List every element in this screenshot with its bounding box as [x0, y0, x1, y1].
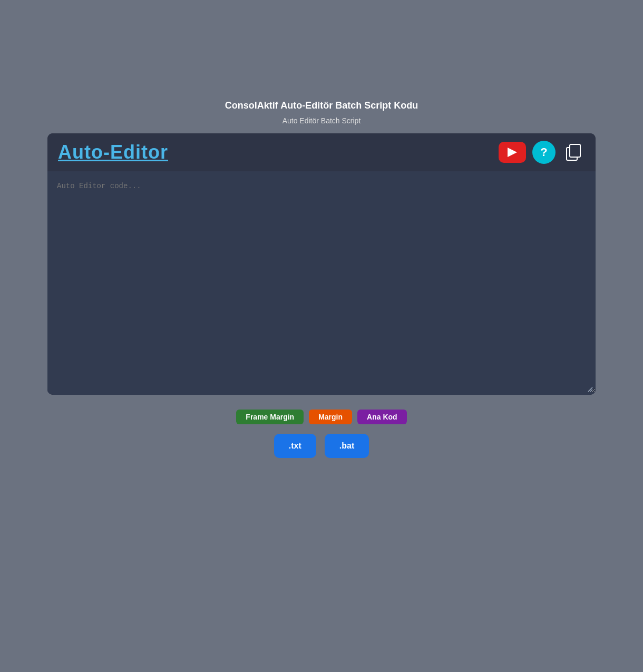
- copy-button[interactable]: [562, 141, 585, 164]
- resize-handle: [587, 386, 593, 393]
- copy-icon: [564, 143, 582, 161]
- logo-part1: Auto-: [58, 141, 110, 163]
- youtube-button[interactable]: [499, 142, 526, 163]
- svg-line-2: [588, 387, 592, 392]
- txt-button[interactable]: .txt: [274, 434, 316, 458]
- tag-ana-kod[interactable]: Ana Kod: [357, 410, 407, 424]
- main-container: Auto-Editor ?: [47, 133, 596, 395]
- page-subtitle: Auto Editör Batch Script: [282, 116, 361, 125]
- tag-row: Frame Margin Margin Ana Kod: [236, 410, 406, 424]
- tag-frame-margin[interactable]: Frame Margin: [236, 410, 304, 424]
- header-icons: ?: [499, 141, 585, 164]
- help-button[interactable]: ?: [532, 141, 556, 164]
- code-textarea[interactable]: [47, 171, 596, 393]
- page-title: ConsolAktif Auto-Editör Batch Script Kod…: [225, 100, 418, 111]
- logo: Auto-Editor: [58, 141, 168, 163]
- logo-part2: Editor: [110, 141, 168, 163]
- code-area-wrapper: [47, 171, 596, 395]
- help-label: ?: [540, 145, 547, 159]
- buttons-section: Frame Margin Margin Ana Kod .txt .bat: [236, 410, 406, 458]
- tag-margin[interactable]: Margin: [309, 410, 352, 424]
- svg-line-3: [590, 389, 592, 392]
- bat-button[interactable]: .bat: [325, 434, 369, 458]
- action-row: .txt .bat: [274, 434, 369, 458]
- header-bar: Auto-Editor ?: [47, 133, 596, 171]
- svg-rect-1: [570, 144, 580, 157]
